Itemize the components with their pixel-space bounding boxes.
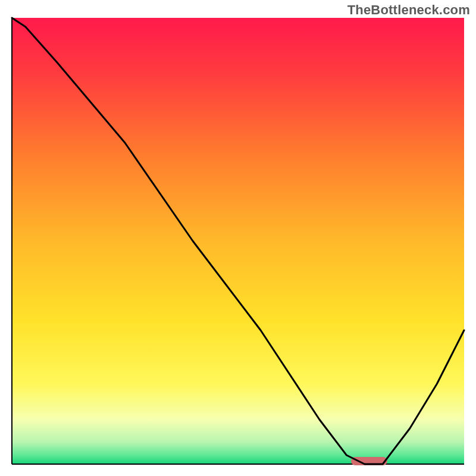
chart-background-gradient — [12, 18, 464, 464]
bottleneck-chart — [0, 0, 476, 476]
